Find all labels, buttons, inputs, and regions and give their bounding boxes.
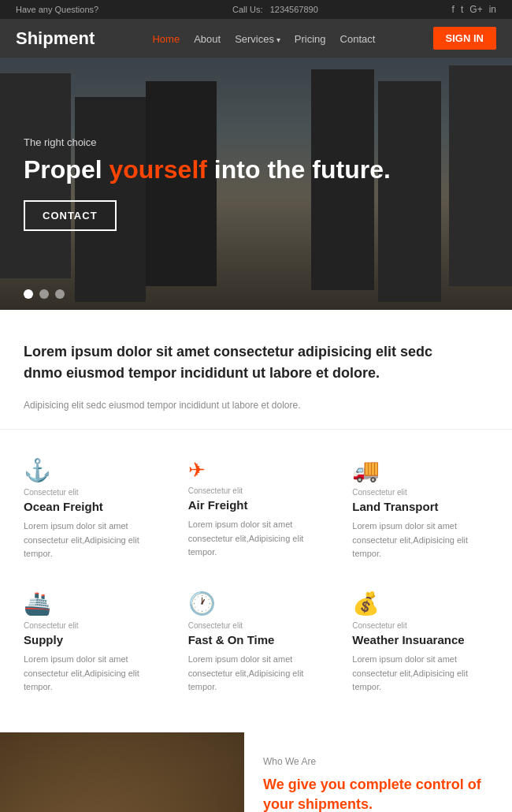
- phone-number[interactable]: 1234567890: [270, 5, 318, 14]
- google-plus-icon[interactable]: G+: [469, 4, 482, 15]
- ship-icon: 🚢: [24, 593, 160, 615]
- hero-content: The right choice Propel yourself into th…: [0, 136, 414, 231]
- signin-button[interactable]: SIGN IN: [433, 27, 496, 50]
- question-text: Have any Questions?: [16, 5, 98, 14]
- navbar: Shipment Home About Services Pricing Con…: [0, 19, 512, 58]
- nav-item-home[interactable]: Home: [152, 32, 180, 46]
- service-desc-1: Lorem ipsum dolor sit amet consectetur e…: [24, 520, 160, 561]
- who-title: We give you complete control of your shi…: [263, 775, 493, 812]
- nav-link-home[interactable]: Home: [152, 33, 180, 45]
- nav-link-services[interactable]: Services: [235, 33, 280, 45]
- service-desc-4: Lorem ipsum dolor sit amet consectetur e…: [24, 653, 160, 695]
- phone-info: Call Us: 1234567890: [232, 5, 318, 14]
- money-icon: 💰: [352, 593, 488, 615]
- nav-links: Home About Services Pricing Contact: [152, 32, 375, 46]
- service-ocean-freight: ⚓ Consectetur elit Ocean Freight Lorem i…: [16, 453, 168, 568]
- anchor-icon: ⚓: [24, 460, 160, 482]
- services-section: ⚓ Consectetur elit Ocean Freight Lorem i…: [0, 430, 512, 732]
- service-desc-3: Lorem ipsum dolor sit amet consectetur e…: [352, 520, 488, 561]
- intro-section: Lorem ipsum dolor sit amet consectetur a…: [0, 310, 512, 430]
- hero-heading: Propel yourself into the future.: [24, 155, 391, 184]
- hero-heading-part2: into the future.: [207, 155, 391, 184]
- service-title-3: Land Transport: [352, 500, 488, 513]
- hero-contact-button[interactable]: CONTACT: [24, 200, 117, 231]
- service-air-freight: ✈ Consectetur elit Air Freight Lorem ips…: [180, 453, 332, 568]
- hero-subtitle: The right choice: [24, 136, 391, 148]
- plane-icon: ✈: [188, 460, 325, 480]
- dot-2[interactable]: [39, 289, 49, 299]
- hero-dots: [24, 289, 65, 299]
- service-weather-insurance: 💰 Consectetur elit Weather Insuarance Lo…: [344, 587, 496, 701]
- truck-icon: 🚚: [352, 460, 488, 482]
- who-we-are-section: Who We Are We give you complete control …: [0, 732, 512, 812]
- intro-body: Adipisicing elit sedc eiusmod tempor inc…: [24, 398, 488, 413]
- who-image-bg: [0, 732, 244, 812]
- service-label-6: Consectetur elit: [352, 621, 488, 630]
- service-label-4: Consectetur elit: [24, 621, 160, 630]
- intro-heading: Lorem ipsum dolor sit amet consectetur a…: [24, 341, 433, 384]
- phone-label: Call Us:: [232, 5, 263, 14]
- twitter-icon[interactable]: t: [461, 4, 463, 15]
- service-desc-6: Lorem ipsum dolor sit amet consectetur e…: [352, 653, 488, 695]
- nav-item-pricing[interactable]: Pricing: [295, 32, 326, 46]
- service-label-5: Consectetur elit: [188, 621, 325, 630]
- hero-heading-part1: Propel: [24, 155, 109, 184]
- service-title-6: Weather Insuarance: [352, 633, 488, 646]
- service-label-2: Consectetur elit: [188, 486, 325, 495]
- dot-1[interactable]: [24, 289, 33, 299]
- service-supply: 🚢 Consectetur elit Supply Lorem ipsum do…: [16, 587, 168, 701]
- services-grid: ⚓ Consectetur elit Ocean Freight Lorem i…: [16, 453, 496, 701]
- social-icons: f t G+ in: [452, 4, 496, 15]
- service-title-5: Fast & On Time: [188, 633, 325, 646]
- clock-icon: 🕐: [188, 593, 325, 615]
- nav-item-services[interactable]: Services: [235, 32, 280, 46]
- service-label-1: Consectetur elit: [24, 488, 160, 497]
- service-desc-5: Lorem ipsum dolor sit amet consectetur e…: [188, 653, 325, 695]
- service-title-1: Ocean Freight: [24, 500, 160, 513]
- nav-item-about[interactable]: About: [194, 32, 221, 46]
- logo[interactable]: Shipment: [16, 28, 95, 49]
- top-bar: Have any Questions? Call Us: 1234567890 …: [0, 0, 512, 19]
- hero-section: The right choice Propel yourself into th…: [0, 58, 512, 310]
- service-title-2: Air Freight: [188, 498, 325, 512]
- nav-link-pricing[interactable]: Pricing: [295, 33, 326, 45]
- service-label-3: Consectetur elit: [352, 488, 488, 497]
- service-desc-2: Lorem ipsum dolor sit amet consectetur e…: [188, 518, 325, 560]
- hero-heading-orange: yourself: [109, 155, 206, 184]
- service-land-transport: 🚚 Consectetur elit Land Transport Lorem …: [344, 453, 496, 568]
- facebook-icon[interactable]: f: [452, 4, 454, 15]
- nav-link-contact[interactable]: Contact: [340, 33, 376, 45]
- who-label: Who We Are: [263, 756, 493, 767]
- dot-3[interactable]: [55, 289, 65, 299]
- nav-item-contact[interactable]: Contact: [340, 32, 376, 46]
- nav-link-about[interactable]: About: [194, 33, 221, 45]
- service-fast-ontime: 🕐 Consectetur elit Fast & On Time Lorem …: [180, 587, 332, 701]
- who-content: Who We Are We give you complete control …: [244, 732, 512, 812]
- who-image: [0, 732, 244, 812]
- service-title-4: Supply: [24, 633, 160, 646]
- linkedin-icon[interactable]: in: [489, 4, 496, 15]
